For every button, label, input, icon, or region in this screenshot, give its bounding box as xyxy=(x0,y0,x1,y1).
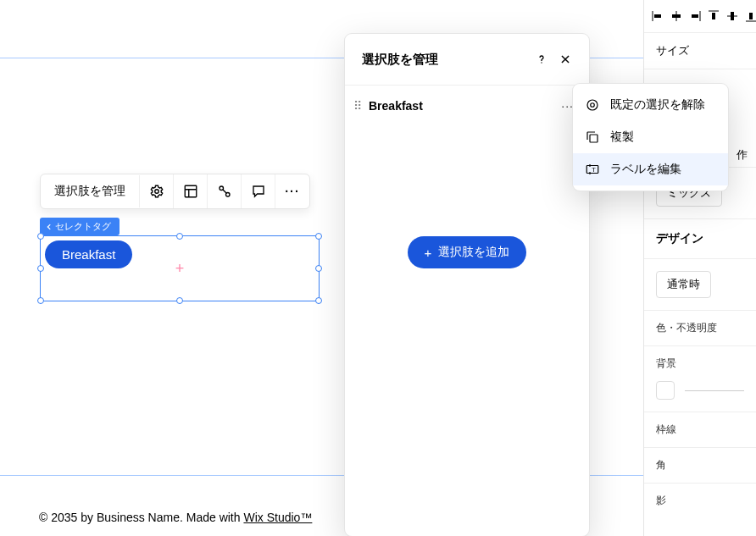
rename-icon: T xyxy=(585,162,600,177)
resize-handle[interactable] xyxy=(315,233,322,240)
background-row xyxy=(644,374,756,412)
align-v-center-button[interactable] xyxy=(725,8,739,24)
menu-item-label: 既定の選択を解除 xyxy=(610,97,705,113)
svg-rect-15 xyxy=(749,13,753,19)
resize-handle[interactable] xyxy=(315,265,322,272)
settings-button[interactable] xyxy=(140,174,174,208)
resize-handle[interactable] xyxy=(37,265,44,272)
align-left-button[interactable] xyxy=(651,8,664,24)
radio-off-icon xyxy=(585,97,600,113)
manage-options-toolbar-button[interactable]: 選択肢を管理 xyxy=(41,175,140,207)
background-label: 背景 xyxy=(644,346,756,374)
svg-rect-7 xyxy=(590,135,598,142)
bg-slider-track[interactable] xyxy=(685,390,744,391)
menu-clear-default[interactable]: 既定の選択を解除 xyxy=(573,89,728,121)
svg-rect-11 xyxy=(672,14,681,18)
resize-handle[interactable] xyxy=(37,297,44,304)
svg-point-5 xyxy=(587,100,598,110)
menu-edit-label[interactable]: T ラベルを編集 xyxy=(573,153,728,185)
svg-point-0 xyxy=(154,190,158,194)
selection-type-label: セレクトタグ xyxy=(55,220,111,233)
modal-header: 選択肢を管理 xyxy=(345,34,589,86)
comment-icon xyxy=(251,184,266,199)
design-section-title: デザイン xyxy=(644,219,756,259)
design-panel: サイズ 作 ミックス デザイン 通常時 色・不透明度 背景 枠線 角 影 xyxy=(643,0,756,536)
align-right-icon xyxy=(688,9,702,23)
align-top-icon xyxy=(707,9,720,23)
bg-color-swatch[interactable] xyxy=(656,381,675,400)
duplicate-icon xyxy=(585,130,600,145)
footer-credit: © 2035 by Business Name. Made with Wix S… xyxy=(39,511,312,524)
align-bottom-button[interactable] xyxy=(744,8,756,24)
footer-text: © 2035 by Business Name. Made with xyxy=(39,511,243,524)
state-selector[interactable]: 通常時 xyxy=(656,271,711,298)
close-button[interactable] xyxy=(555,49,575,69)
menu-item-label: 複製 xyxy=(610,130,634,145)
alignment-row xyxy=(644,0,756,33)
resize-handle[interactable] xyxy=(315,297,322,304)
resize-handle[interactable] xyxy=(37,233,44,240)
align-right-button[interactable] xyxy=(688,8,702,24)
drag-handle-icon[interactable]: ⠿ xyxy=(353,99,360,113)
size-section-label: サイズ xyxy=(644,33,756,69)
menu-duplicate[interactable]: 複製 xyxy=(573,121,728,153)
plus-icon: + xyxy=(425,246,432,260)
link-icon xyxy=(217,184,232,199)
element-toolbar: 選択肢を管理 ··· xyxy=(40,174,310,209)
chevron-left-icon xyxy=(45,223,53,231)
option-context-menu: 既定の選択を解除 複製 T ラベルを編集 xyxy=(573,84,728,191)
modal-title: 選択肢を管理 xyxy=(362,52,438,68)
align-left-icon xyxy=(651,9,664,23)
align-top-button[interactable] xyxy=(707,8,720,24)
svg-point-6 xyxy=(591,103,595,108)
option-label: Breakfast xyxy=(369,99,558,113)
help-button[interactable] xyxy=(531,49,552,69)
corner-label: 角 xyxy=(644,448,756,484)
svg-point-4 xyxy=(541,62,542,63)
color-opacity-label: 色・不透明度 xyxy=(644,311,756,346)
more-icon: ··· xyxy=(285,185,300,198)
layout-button[interactable] xyxy=(174,174,208,208)
svg-text:T: T xyxy=(592,166,596,174)
gear-icon xyxy=(149,184,164,199)
svg-rect-14 xyxy=(731,12,734,20)
add-placeholder-icon: + xyxy=(175,261,185,276)
more-button[interactable]: ··· xyxy=(275,174,309,208)
resize-handle[interactable] xyxy=(176,233,183,240)
footer-studio-link[interactable]: Wix Studio™ xyxy=(243,511,312,524)
selected-element-frame[interactable]: Breakfast + xyxy=(40,235,320,301)
add-option-label: 選択肢を追加 xyxy=(438,245,509,260)
menu-item-label: ラベルを編集 xyxy=(610,162,681,177)
resize-handle[interactable] xyxy=(176,297,183,304)
layout-icon xyxy=(183,184,198,199)
border-label: 枠線 xyxy=(644,412,756,448)
help-icon xyxy=(535,52,548,66)
manage-options-modal: 選択肢を管理 ⠿ Breakfast ··· + 選択肢を追加 xyxy=(345,34,589,536)
action-fragment: 作 xyxy=(737,147,748,163)
selection-type-badge[interactable]: セレクトタグ xyxy=(40,218,120,235)
option-row[interactable]: ⠿ Breakfast ··· xyxy=(345,86,589,126)
align-h-center-icon xyxy=(670,9,683,23)
comment-button[interactable] xyxy=(242,174,275,208)
shadow-label: 影 xyxy=(644,484,756,518)
svg-rect-12 xyxy=(692,14,698,18)
svg-rect-13 xyxy=(712,13,715,19)
align-bottom-icon xyxy=(744,9,756,23)
animation-button[interactable] xyxy=(208,174,242,208)
align-h-center-button[interactable] xyxy=(670,8,683,24)
svg-rect-1 xyxy=(185,185,197,197)
add-option-button[interactable]: + 選択肢を追加 xyxy=(408,236,527,268)
align-v-center-icon xyxy=(725,9,739,23)
close-icon xyxy=(559,53,571,65)
select-tag-chip[interactable]: Breakfast xyxy=(45,240,132,268)
svg-rect-10 xyxy=(654,14,661,18)
